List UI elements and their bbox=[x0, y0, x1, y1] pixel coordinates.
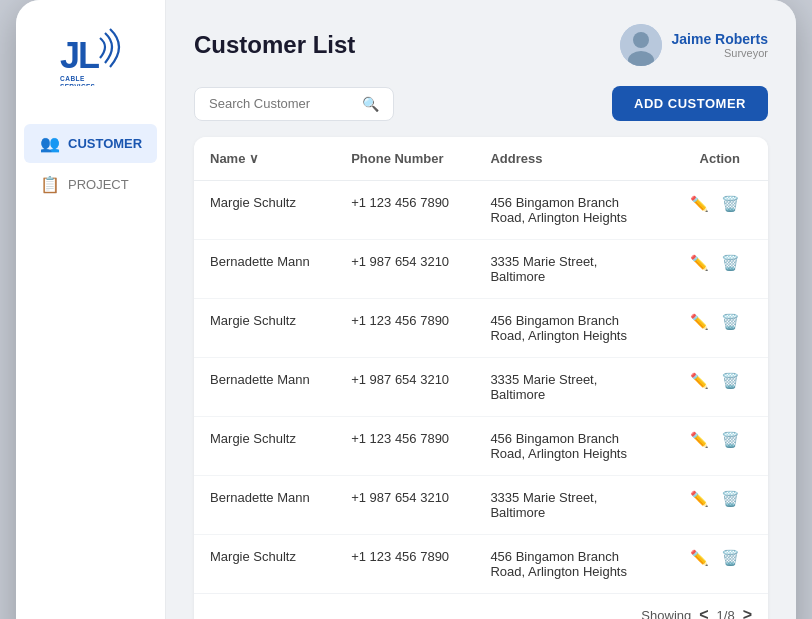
cell-phone: +1 987 654 3210 bbox=[335, 476, 474, 535]
prev-page-button[interactable]: < bbox=[699, 606, 708, 619]
customer-table: Name ∨ Phone Number Address Action Margi… bbox=[194, 137, 768, 593]
showing-label: Showing bbox=[641, 608, 691, 620]
table-body: Margie Schultz +1 123 456 7890 456 Binga… bbox=[194, 181, 768, 594]
user-details: Jaime Roberts Surveyor bbox=[672, 31, 768, 59]
col-name-label: Name bbox=[210, 151, 245, 166]
sidebar-item-project-label: PROJECT bbox=[68, 177, 129, 192]
cell-action: ✏️ 🗑️ bbox=[667, 476, 768, 535]
avatar-image bbox=[620, 24, 662, 66]
edit-icon[interactable]: ✏️ bbox=[690, 372, 709, 390]
edit-icon[interactable]: ✏️ bbox=[690, 549, 709, 567]
delete-icon[interactable]: 🗑️ bbox=[721, 490, 740, 508]
cell-address: 456 Bingamon Branch Road, Arlington Heig… bbox=[474, 535, 667, 594]
cell-phone: +1 123 456 7890 bbox=[335, 299, 474, 358]
cell-name: Margie Schultz bbox=[194, 535, 335, 594]
cell-action: ✏️ 🗑️ bbox=[667, 299, 768, 358]
add-customer-button[interactable]: ADD CUSTOMER bbox=[612, 86, 768, 121]
cell-name: Margie Schultz bbox=[194, 181, 335, 240]
cell-address: 3335 Marie Street, Baltimore bbox=[474, 476, 667, 535]
user-role: Surveyor bbox=[672, 47, 768, 59]
cell-name: Margie Schultz bbox=[194, 299, 335, 358]
page-header: Customer List Jaime Roberts Surveyor bbox=[194, 24, 768, 66]
cell-address: 3335 Marie Street, Baltimore bbox=[474, 358, 667, 417]
cell-phone: +1 987 654 3210 bbox=[335, 240, 474, 299]
svg-text:CABLE: CABLE bbox=[60, 75, 85, 82]
logo-icon: J L CABLE SERVICES bbox=[56, 26, 126, 86]
pagination: Showing < 1/8 > bbox=[194, 593, 768, 619]
sidebar-item-project[interactable]: 📋 PROJECT bbox=[24, 165, 157, 204]
user-name: Jaime Roberts bbox=[672, 31, 768, 47]
col-phone: Phone Number bbox=[335, 137, 474, 181]
cell-name: Bernadette Mann bbox=[194, 240, 335, 299]
table-row: Bernadette Mann +1 987 654 3210 3335 Mar… bbox=[194, 476, 768, 535]
edit-icon[interactable]: ✏️ bbox=[690, 254, 709, 272]
sidebar-item-customer[interactable]: 👥 CUSTOMER bbox=[24, 124, 157, 163]
sort-icon[interactable]: ∨ bbox=[249, 151, 259, 166]
delete-icon[interactable]: 🗑️ bbox=[721, 254, 740, 272]
avatar bbox=[620, 24, 662, 66]
user-info: Jaime Roberts Surveyor bbox=[620, 24, 768, 66]
toolbar: 🔍 ADD CUSTOMER bbox=[194, 86, 768, 121]
edit-icon[interactable]: ✏️ bbox=[690, 313, 709, 331]
delete-icon[interactable]: 🗑️ bbox=[721, 195, 740, 213]
page-title: Customer List bbox=[194, 31, 355, 59]
table-row: Bernadette Mann +1 987 654 3210 3335 Mar… bbox=[194, 358, 768, 417]
cell-name: Margie Schultz bbox=[194, 417, 335, 476]
delete-icon[interactable]: 🗑️ bbox=[721, 313, 740, 331]
search-input[interactable] bbox=[209, 96, 354, 111]
cell-action: ✏️ 🗑️ bbox=[667, 417, 768, 476]
cell-action: ✏️ 🗑️ bbox=[667, 181, 768, 240]
svg-point-5 bbox=[633, 32, 649, 48]
search-box[interactable]: 🔍 bbox=[194, 87, 394, 121]
cell-action: ✏️ 🗑️ bbox=[667, 358, 768, 417]
cell-phone: +1 123 456 7890 bbox=[335, 535, 474, 594]
cell-phone: +1 987 654 3210 bbox=[335, 358, 474, 417]
app-container: J L CABLE SERVICES 👥 CUSTOMER 📋 bbox=[16, 0, 796, 619]
table-row: Margie Schultz +1 123 456 7890 456 Binga… bbox=[194, 181, 768, 240]
edit-icon[interactable]: ✏️ bbox=[690, 195, 709, 213]
delete-icon[interactable]: 🗑️ bbox=[721, 372, 740, 390]
table-row: Margie Schultz +1 123 456 7890 456 Binga… bbox=[194, 299, 768, 358]
nav-items: 👥 CUSTOMER 📋 PROJECT bbox=[16, 122, 165, 206]
table-row: Bernadette Mann +1 987 654 3210 3335 Mar… bbox=[194, 240, 768, 299]
logo-area: J L CABLE SERVICES bbox=[48, 18, 134, 94]
customer-table-container: Name ∨ Phone Number Address Action Margi… bbox=[194, 137, 768, 619]
edit-icon[interactable]: ✏️ bbox=[690, 490, 709, 508]
project-icon: 📋 bbox=[40, 175, 60, 194]
cell-name: Bernadette Mann bbox=[194, 358, 335, 417]
next-page-button[interactable]: > bbox=[743, 606, 752, 619]
table-row: Margie Schultz +1 123 456 7890 456 Binga… bbox=[194, 535, 768, 594]
cell-phone: +1 123 456 7890 bbox=[335, 417, 474, 476]
cell-address: 456 Bingamon Branch Road, Arlington Heig… bbox=[474, 417, 667, 476]
sidebar-item-customer-label: CUSTOMER bbox=[68, 136, 142, 151]
sidebar: J L CABLE SERVICES 👥 CUSTOMER 📋 bbox=[16, 0, 166, 619]
col-name: Name ∨ bbox=[194, 137, 335, 181]
customer-icon: 👥 bbox=[40, 134, 60, 153]
search-icon: 🔍 bbox=[362, 96, 379, 112]
table-header: Name ∨ Phone Number Address Action bbox=[194, 137, 768, 181]
cell-address: 456 Bingamon Branch Road, Arlington Heig… bbox=[474, 299, 667, 358]
svg-text:SERVICES: SERVICES bbox=[60, 83, 96, 86]
cell-action: ✏️ 🗑️ bbox=[667, 240, 768, 299]
svg-text:L: L bbox=[78, 35, 100, 76]
cell-action: ✏️ 🗑️ bbox=[667, 535, 768, 594]
table-row: Margie Schultz +1 123 456 7890 456 Binga… bbox=[194, 417, 768, 476]
cell-address: 3335 Marie Street, Baltimore bbox=[474, 240, 667, 299]
col-address: Address bbox=[474, 137, 667, 181]
delete-icon[interactable]: 🗑️ bbox=[721, 431, 740, 449]
delete-icon[interactable]: 🗑️ bbox=[721, 549, 740, 567]
main-content: Customer List Jaime Roberts Surveyor bbox=[166, 0, 796, 619]
cell-name: Bernadette Mann bbox=[194, 476, 335, 535]
page-info: 1/8 bbox=[717, 608, 735, 620]
col-action: Action bbox=[667, 137, 768, 181]
edit-icon[interactable]: ✏️ bbox=[690, 431, 709, 449]
cell-phone: +1 123 456 7890 bbox=[335, 181, 474, 240]
cell-address: 456 Bingamon Branch Road, Arlington Heig… bbox=[474, 181, 667, 240]
